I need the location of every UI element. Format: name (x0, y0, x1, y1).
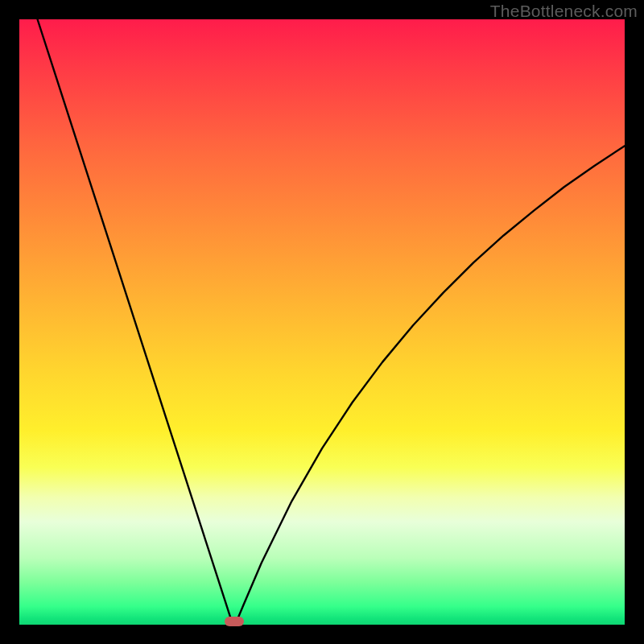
chart-plot-area (19, 19, 625, 625)
bottleneck-minimum-marker (225, 617, 244, 626)
bottleneck-curve-path (38, 19, 625, 620)
watermark-text: TheBottleneck.com (490, 2, 638, 21)
chart-frame: TheBottleneck.com (0, 0, 644, 644)
bottleneck-curve (19, 19, 625, 625)
